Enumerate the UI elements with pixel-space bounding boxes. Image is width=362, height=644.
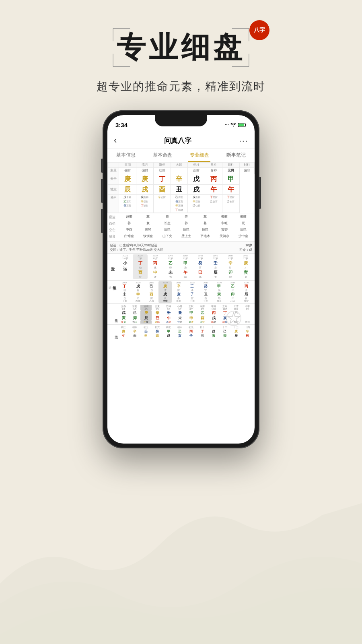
dayun-cell-7[interactable]: 2087 67岁 辛 财 卯 印 bbox=[223, 254, 238, 279]
nav-bar: ‹ 问真八字 ··· bbox=[107, 133, 255, 149]
canggan-label: 藏干 bbox=[108, 195, 119, 213]
tg-6: 甲 bbox=[222, 174, 240, 184]
empty-label bbox=[108, 163, 119, 168]
liuri-tiangan-row: 庚 辛 壬 癸 甲 乙 丙 丁 戊 己 庚 辛 bbox=[118, 329, 253, 334]
liuri-content: 初三 初四 初五 初六 初七 初八 初九 初十 十一 十二 十三 bbox=[118, 326, 253, 338]
wifi-icon bbox=[230, 123, 236, 127]
start-info-text: 起运：出生后5年8月6天23时起运 交运：逢丁、壬年 芒种后26天 交大运 bbox=[110, 243, 163, 252]
tab-notes[interactable]: 断事笔记 bbox=[218, 149, 255, 162]
xingyun-section: 星运 冠带 墓 死 养 墓 帝旺 帝旺 自坐 bbox=[107, 213, 255, 242]
table-canggan-row: 藏干 戊食神 乙正印 癸正官 戊食神 辛正财 丁劫财 辛正财 bbox=[108, 195, 255, 213]
nayin-values: 白蜡金 钗钏金 山下火 壁上土 平地木 天河水 沙中金 bbox=[119, 234, 253, 238]
xingyun-row: 星运 冠带 墓 死 养 墓 帝旺 帝旺 bbox=[109, 215, 253, 221]
start-age-info: 10岁 司令：戊 bbox=[239, 243, 252, 252]
tab-basic-info[interactable]: 基本信息 bbox=[107, 149, 144, 162]
header-section: 专业细盘 八字 超专业的推命元素，精准到流时 bbox=[0, 0, 362, 94]
ly-col-0[interactable]: 戊 寅 bbox=[118, 310, 129, 321]
ly-col-2[interactable]: 庚 辰 bbox=[140, 310, 152, 321]
title-box: 专业细盘 八字 bbox=[105, 24, 257, 71]
ln-cell-4[interactable]: 2031 辛财 亥杀 癸未 bbox=[172, 281, 185, 303]
tab-pro-chart[interactable]: 专业细盘 bbox=[181, 149, 218, 162]
dayun-cell-6[interactable]: 2077 57岁 壬 杀 辰 食 bbox=[208, 254, 223, 279]
ly-col-3[interactable]: 辛 巳 bbox=[152, 310, 163, 321]
liuyue-term-header: 立春 惊蛰 清明 立夏 芒种 小暑 立秋 白露 寒露 立冬 大雪 小寒 bbox=[118, 305, 253, 308]
ny-0: 白蜡金 bbox=[119, 234, 138, 238]
dayun-cell-1[interactable]: 2027 7岁 丁 劫 酉 财 bbox=[133, 254, 147, 279]
zz-4: 墓 bbox=[196, 221, 215, 225]
kw-0: 申酉 bbox=[119, 227, 138, 232]
tab-bar: 基本信息 基本命盘 专业细盘 断事笔记 bbox=[107, 149, 255, 162]
liuyue-cn-label: 流月 bbox=[109, 310, 118, 321]
ln-cell-3[interactable]: 2030 庚才 戌食 甲申 bbox=[158, 281, 172, 303]
liunian-cells: 2027 丁劫 未伤 丁亥 2028 戊食 申才 丙戌 bbox=[118, 281, 253, 303]
tg-1: 庚 bbox=[136, 174, 153, 184]
ly-col-1[interactable]: 己 卯 bbox=[129, 310, 140, 321]
col-shizhu: 时柱 bbox=[239, 163, 254, 168]
tg-4: 戊 bbox=[188, 174, 205, 184]
start-line2: 交运：逢丁、壬年 芒种后26天 交大运 bbox=[110, 248, 163, 252]
kongwang-row: 空亡 申酉 寅卯 辰巳 辰巳 辰巳 寅卯 辰巳 bbox=[109, 227, 253, 234]
start-info-section: 起运：出生后5年8月6天23时起运 交运：逢丁、壬年 芒种后26天 交大运 10… bbox=[107, 242, 255, 253]
ly-col-10[interactable]: 戊 bbox=[230, 310, 242, 321]
dayun-cell-5[interactable]: 2067 47岁 癸 官 巳 比 bbox=[193, 254, 208, 279]
liunian-label-area: 流年 小运 bbox=[109, 281, 117, 303]
svg-rect-10 bbox=[245, 124, 246, 126]
kw-3: 辰巳 bbox=[177, 227, 195, 232]
ln-cell-8[interactable]: 2035 乙印 卯印 己卯 bbox=[226, 281, 240, 303]
ly-col-7[interactable]: 乙 酉 bbox=[197, 310, 208, 321]
cg-4: 戊食神 辛正财 己仿官 bbox=[188, 195, 205, 213]
col-liuyue: 流月 bbox=[136, 163, 153, 168]
dz-4: 戌 bbox=[188, 184, 205, 195]
liuri-header-row: 初三 初四 初五 初六 初七 初八 初九 初十 十一 十二 十三 bbox=[118, 326, 253, 329]
ln-cell-1[interactable]: 2028 戊食 申才 丙戌 bbox=[132, 281, 145, 303]
dayun-cell-2[interactable]: 2037 17岁 丙 比 申 才 bbox=[148, 254, 162, 279]
ly-col-11[interactable] bbox=[242, 310, 253, 321]
ly-col-4[interactable]: 壬 午 bbox=[163, 310, 174, 321]
dz-1: 戌 bbox=[136, 184, 153, 195]
dayun-cell-8[interactable]: 2097 77岁 庚 才 寅 枭 bbox=[239, 254, 253, 279]
ln-cell-0[interactable]: 2027 丁劫 未伤 丁亥 bbox=[118, 281, 132, 303]
zx-yuezhu: 食神 bbox=[205, 168, 222, 174]
status-time: 3:34 bbox=[115, 122, 128, 128]
signal-icon: ··· bbox=[225, 122, 229, 128]
xy-1: 墓 bbox=[138, 215, 157, 219]
zx-nianzhu: 正财 bbox=[188, 168, 205, 174]
phone-mockup: 3:34 ··· ‹ 问真八字 ··· 基本信息 基本命盘 专业细盘 断事笔记 bbox=[103, 110, 259, 448]
dz-2: 酉 bbox=[153, 184, 171, 195]
ly-col-8[interactable]: 丙 戌 bbox=[208, 310, 219, 321]
nav-back-button[interactable]: ‹ bbox=[114, 135, 117, 146]
xingyun-values: 冠带 墓 死 养 墓 帝旺 帝旺 bbox=[119, 215, 253, 219]
table-tiangan-row: 天干 庚 庚 丁 辛 戊 丙 甲 bbox=[108, 174, 255, 184]
liuri-main-row: 流日 初三 初四 初五 初六 初七 初八 初九 初十 十 bbox=[109, 326, 253, 338]
table-dizhi-row: 地支 辰 戌 酉 丑 戌 午 午 bbox=[108, 184, 255, 195]
ln-cell-2[interactable]: 2029 己伤 酉财 乙戌 bbox=[145, 281, 158, 303]
tab-basic-chart[interactable]: 基本命盘 bbox=[144, 149, 181, 162]
col-liunian: 流年 bbox=[153, 163, 171, 168]
kongwang-values: 申酉 寅卯 辰巳 辰巳 辰巳 寅卯 辰巳 bbox=[119, 227, 253, 232]
ny-6: 沙中金 bbox=[234, 234, 253, 238]
ln-cell-6[interactable]: 2033 癸官 丑伤 壬午 bbox=[199, 281, 213, 303]
zx-riqi: 偏财 bbox=[119, 168, 136, 174]
kw-1: 寅卯 bbox=[138, 227, 157, 232]
ny-1: 钗钏金 bbox=[138, 234, 157, 238]
dayun-cell-3[interactable]: 2047 27岁 乙 印 未 伤 bbox=[163, 254, 177, 279]
dz-6: 午 bbox=[222, 184, 240, 195]
ly-col-5[interactable]: 癸 未 bbox=[174, 310, 185, 321]
cg-1: 戊食神 辛正财 丁劫财 bbox=[136, 195, 153, 213]
ly-col-6[interactable]: 甲 申 bbox=[185, 310, 197, 321]
nav-more-button[interactable]: ··· bbox=[239, 136, 248, 145]
ln-cell-5[interactable]: 2032 壬杀 子官 壬午 bbox=[185, 281, 199, 303]
dayun-cell-0[interactable]: 2021 1-6岁 小 运 bbox=[118, 254, 132, 279]
ln-cell-9[interactable]: 2036 丙比 辰食 戊寅 bbox=[239, 281, 253, 303]
ny-3: 壁上土 bbox=[177, 234, 195, 238]
start-siling: 司令：戊 bbox=[239, 248, 252, 252]
liuyue-main-row: 流月 戊 寅 己 卯 庚 辰 bbox=[109, 310, 253, 321]
zz-3: 养 bbox=[177, 221, 195, 225]
kw-6: 辰巳 bbox=[234, 227, 253, 232]
tiangan-label: 天干 bbox=[108, 174, 119, 184]
ln-cell-7[interactable]: 2034 甲枭 寅劫 庚辰 bbox=[212, 281, 226, 303]
dayun-cell-4[interactable]: 2057 37岁 甲 枭 午 劫 bbox=[178, 254, 193, 279]
info-table: 日期 流月 流年 大运 年柱 月柱 日柱 时柱 主星 偏财 偏财 劫财 bbox=[107, 162, 255, 213]
ny-4: 平地木 bbox=[196, 234, 215, 238]
dz-0: 辰 bbox=[119, 184, 136, 195]
